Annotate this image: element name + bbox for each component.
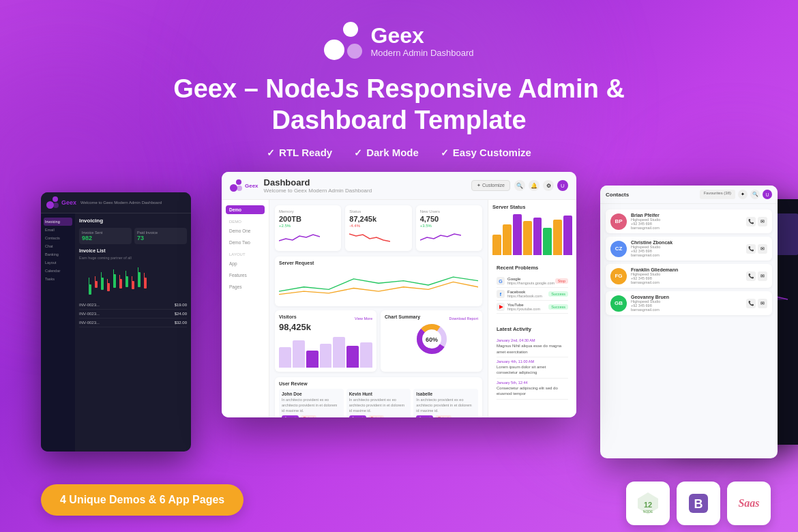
accept-button[interactable]: Accept <box>282 415 299 417</box>
notification-icon[interactable]: 🔔 <box>529 180 540 191</box>
activity-1-text: Magnus Nihil aliqua esse do magna amet e… <box>497 343 568 355</box>
invoicing-content: Invoicing Invoice Sent 982 Paid Invoice … <box>75 213 191 452</box>
google-url: https://hangouts.google.com <box>507 281 555 285</box>
bar-4 <box>320 344 332 368</box>
contact-christine-msg[interactable]: ✉ <box>758 244 767 254</box>
invoice-amt-1: $19.00 <box>175 303 187 307</box>
memory-sparkline <box>279 231 320 244</box>
contact-brian-msg[interactable]: ✉ <box>758 217 767 226</box>
main-dash-header-right: ✦ Customize 🔍 🔔 ⚙ U <box>471 180 568 191</box>
activity-3: January 5th, 12:44 Consectetur adipiscin… <box>497 379 568 400</box>
contacts-avatar: U <box>763 190 772 199</box>
srv-bar-7 <box>553 220 562 255</box>
hero-background: Geex Modern Admin Dashboard Geex – NodeJ… <box>0 0 798 532</box>
customize-button[interactable]: ✦ Customize <box>471 180 510 191</box>
server-request-chart: Server Request <box>275 256 482 306</box>
srv-bar-5 <box>533 218 542 255</box>
avatar-brian: BP <box>610 213 627 230</box>
reject-button-2[interactable]: Reject <box>368 415 385 417</box>
recent-problems-title: Recent Problems <box>497 265 568 271</box>
contact-christine: CZ Christine Zboncak Highspeed Studio +9… <box>606 237 772 261</box>
problem-facebook: f Facebook https://facebook.com Success <box>497 288 568 301</box>
contact-franklin-msg[interactable]: ✉ <box>758 271 767 281</box>
logo-tagline: Modern Admin Dashboard <box>370 48 473 58</box>
stat-memory-change: +2.5% <box>279 224 337 228</box>
sb-invoicing-layout: Layout <box>44 258 72 267</box>
bar-6 <box>346 346 359 368</box>
favourites-button[interactable]: Favourites (38) <box>700 190 735 199</box>
review-isabelle: Isabelle In architecto provident ex eo a… <box>413 389 478 417</box>
sb-section-demo: Demo <box>226 220 265 224</box>
chart-summary: Chart Summary Download Report 60% <box>381 310 482 372</box>
svg-rect-19 <box>144 273 145 279</box>
crypto-chart-small <box>79 264 187 298</box>
svg-rect-13 <box>125 271 126 278</box>
feature-rtl-label: RTL Ready <box>279 147 332 158</box>
review-isabelle-text: In architecto provident ex eo architecto… <box>416 398 475 413</box>
sb-invoicing-chat: Chat <box>44 242 72 250</box>
logo-text: Geex Modern Admin Dashboard <box>370 25 473 58</box>
stat-paid-invoice: Paid Invoice 73 <box>134 228 187 244</box>
contact-geovanny-msg[interactable]: ✉ <box>758 299 767 308</box>
review-john-actions: Accept Reject <box>282 415 341 417</box>
svg-text:12: 12 <box>644 501 652 509</box>
chart-summary-link[interactable]: Download Report <box>449 316 479 321</box>
latest-activity-title: Latest Activity <box>497 326 568 332</box>
svg-text:60%: 60% <box>425 336 437 343</box>
feature-customize: ✓ Easy Customize <box>441 147 531 158</box>
avatar-christine: CZ <box>610 241 627 257</box>
sb-invoicing-active: Invoicing <box>44 218 72 226</box>
contacts-customize-icon[interactable]: ✦ <box>738 190 748 199</box>
nodejs-logo: 12 NODE <box>634 490 662 517</box>
server-bars <box>492 214 572 255</box>
srv-bar-1 <box>492 235 501 255</box>
sass-label: Saas <box>738 497 759 509</box>
reject-button-3[interactable]: Reject <box>435 415 452 417</box>
user-review-title: User Review <box>279 381 478 386</box>
contact-geovanny: GB Geovanny Bruen Highspeed Studio +92 3… <box>606 291 772 315</box>
logo-icon <box>324 22 362 60</box>
google-status: Stop <box>555 278 568 284</box>
svg-rect-9 <box>113 269 114 276</box>
check-icon-customize: ✓ <box>441 147 449 158</box>
activity-1-date: January 2nd, 04:30 AM <box>497 338 568 342</box>
charts-bottom-row: Visitors View More 98,425k <box>275 310 482 372</box>
contact-brian-call[interactable]: 📞 <box>746 217 756 226</box>
invoice-amt-2: $24.00 <box>175 312 187 316</box>
svg-rect-10 <box>119 279 122 289</box>
contacts-search-icon[interactable]: 🔍 <box>750 190 760 199</box>
stat-memory-value: 200TB <box>279 215 337 223</box>
sb-features: Features <box>226 271 265 280</box>
main-dash-title-area: Dashboard Welcome to Geex Modern Admin D… <box>264 177 372 194</box>
invoicing-subtitle: Welcome to Geex Modern Admin Dashboard <box>80 201 162 205</box>
svg-text:NODE: NODE <box>643 509 653 514</box>
user-review-section: User Review John Doe In architecto provi… <box>275 377 482 417</box>
latest-activity: Latest Activity January 2nd, 04:30 AM Ma… <box>492 322 572 403</box>
svg-rect-15 <box>132 276 132 282</box>
invoice-amt-3: $32.00 <box>175 321 187 325</box>
contact-geovanny-call[interactable]: 📞 <box>746 299 756 308</box>
main-content-area: Memory 200TB +2.5% Status 87,245k -4.4% <box>269 200 488 417</box>
contact-christine-call[interactable]: 📞 <box>746 244 756 254</box>
invoice-row-3: INV-0023... $32.00 <box>79 319 187 327</box>
accept-button-3[interactable]: Accept <box>416 415 433 417</box>
status-sparkline <box>349 231 390 244</box>
reject-button[interactable]: Reject <box>301 415 317 417</box>
sb-active-demo: Demo <box>226 205 265 214</box>
settings-icon[interactable]: ⚙ <box>543 180 554 191</box>
search-icon[interactable]: 🔍 <box>514 180 525 191</box>
contact-geovanny-email: barnasgmail.com <box>631 308 669 312</box>
main-dash-logo-circles <box>230 179 242 192</box>
contact-brian-name: Brian Pfeifer <box>631 213 660 218</box>
accept-button-2[interactable]: Accept <box>349 415 366 417</box>
review-kevin: Kevin Hunt In architecto provident ex eo… <box>346 389 411 417</box>
contact-christine-name: Christine Zboncak <box>631 240 673 245</box>
contact-franklin-call[interactable]: 📞 <box>746 271 756 281</box>
bootstrap-badge: B <box>677 482 720 525</box>
svg-rect-17 <box>138 267 138 274</box>
visitors-link[interactable]: View More <box>355 316 372 321</box>
stat-status-change: -4.4% <box>349 224 407 228</box>
review-kevin-actions: Accept Reject <box>349 415 409 417</box>
review-isabelle-name: Isabelle <box>416 391 475 396</box>
contact-brian: BP Brian Pfeifer Highspeed Studio +92 34… <box>606 209 772 233</box>
